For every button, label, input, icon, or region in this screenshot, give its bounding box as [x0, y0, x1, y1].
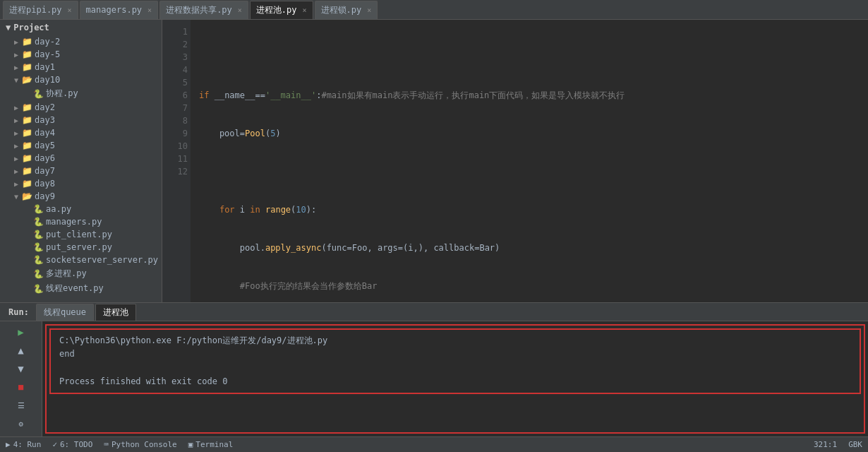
expand-arrow: ▶: [11, 64, 21, 71]
code-line-1: [199, 51, 860, 64]
tree-item-day-5[interactable]: ▶ 📁 day-5: [0, 48, 162, 61]
folder-label: day5: [35, 141, 55, 150]
line-numbers: 1 2 3 4 5 6 7 8 9 10 11 12: [162, 20, 191, 302]
console-line-1: C:\Python36\python.exe F:/python运维开发/day…: [59, 334, 851, 347]
tree-item-day6[interactable]: ▶ 📁 day6: [0, 152, 162, 165]
code-line-3: pool=Pool(5): [199, 127, 860, 140]
tab-xiancheng-queue[interactable]: 线程queue: [36, 304, 94, 321]
status-encoding[interactable]: GBK: [848, 440, 862, 449]
scroll-up-button[interactable]: ▲: [13, 343, 29, 358]
code-container: 1 2 3 4 5 6 7 8 9 10 11 12 if __name__==…: [162, 20, 868, 302]
main-area: ▼ Project ▶ 📁 day-2 ▶ 📁 day-5 ▶ 📁 day1 ▼…: [0, 20, 868, 302]
editor-area[interactable]: 1 2 3 4 5 6 7 8 9 10 11 12 if __name__==…: [162, 20, 868, 302]
tab-label: 进程池.py: [256, 4, 297, 16]
folder-icon: 📁: [21, 49, 32, 59]
run-label: Run:: [3, 307, 35, 317]
folder-icon: 📁: [21, 166, 32, 176]
tree-item-day9[interactable]: ▼ 📂 day9: [0, 190, 162, 203]
run-tabs-bar: Run: 线程queue 进程池: [0, 303, 868, 321]
file-label: put_client.py: [46, 230, 112, 239]
file-icon: 🐍: [32, 230, 44, 239]
code-line-4: [199, 165, 860, 178]
stop-button[interactable]: ■: [13, 379, 29, 395]
expand-arrow: ▼: [11, 76, 21, 84]
folder-icon: 📁: [21, 179, 32, 189]
tree-item-day1[interactable]: ▶ 📁 day1: [0, 61, 162, 73]
folder-label: day9: [35, 191, 55, 201]
expand-arrow: ▶: [11, 167, 21, 175]
project-header: ▼ Project: [0, 20, 162, 35]
file-icon: 🐍: [32, 284, 44, 294]
tab-label: 进程数据共享.py: [166, 4, 232, 16]
tab-close-pool[interactable]: ×: [303, 6, 307, 14]
tab-label: 进程锁.py: [321, 4, 362, 16]
tree-item-xiancheng[interactable]: 🐍 线程event.py: [0, 281, 162, 296]
code-editor[interactable]: if __name__=='__main__':#main如果有main表示手动…: [191, 20, 868, 302]
tree-item-day3[interactable]: ▶ 📁 day3: [0, 114, 162, 126]
tree-item-day4[interactable]: ▶ 📁 day4: [0, 126, 162, 139]
tree-item-day10[interactable]: ▼ 📂 day10: [0, 73, 162, 86]
expand-arrow: ▼: [11, 193, 21, 201]
status-terminal-label: Terminal: [195, 440, 233, 449]
status-bar: ▶ 4: Run ✓ 6: TODO ⌨ Python Console ▣ Te…: [0, 436, 868, 452]
console-icon: ⌨: [104, 440, 109, 449]
tab-label: managers.py: [86, 5, 142, 15]
tree-item-day7[interactable]: ▶ 📁 day7: [0, 165, 162, 177]
tab-pipi[interactable]: 进程pipi.py ×: [3, 1, 78, 19]
tree-item-put-client[interactable]: 🐍 put_client.py: [0, 228, 162, 241]
tab-close-shared[interactable]: ×: [238, 6, 242, 14]
file-icon: 🐍: [32, 255, 44, 265]
tree-item-managers[interactable]: 🐍 managers.py: [0, 215, 162, 228]
list-button[interactable]: ☰: [13, 398, 29, 413]
status-run-label: 4: Run: [13, 440, 42, 449]
expand-arrow: ▶: [11, 38, 21, 46]
tab-close-managers[interactable]: ×: [147, 6, 152, 14]
console-output[interactable]: C:\Python36\python.exe F:/python运维开发/day…: [49, 328, 861, 394]
folder-label: day8: [35, 179, 55, 189]
status-python-console[interactable]: ⌨ Python Console: [104, 440, 176, 449]
tree-item-day5b[interactable]: ▶ 📁 day5: [0, 139, 162, 152]
run-sidebar: ▶ ▲ ▼ ■ ☰ ⚙: [0, 321, 42, 436]
file-label: managers.py: [46, 217, 102, 227]
tab-shared[interactable]: 进程数据共享.py ×: [159, 1, 248, 19]
folder-icon: 📁: [21, 62, 32, 72]
folder-icon: 📁: [21, 37, 32, 47]
folder-label: day4: [35, 128, 55, 138]
tab-managers[interactable]: managers.py ×: [80, 1, 159, 19]
folder-label: day1: [35, 62, 55, 72]
tab-jincheng-pool[interactable]: 进程池: [95, 304, 136, 321]
tree-item-day2[interactable]: ▶ 📁 day2: [0, 101, 162, 114]
terminal-icon: ▣: [188, 440, 193, 449]
project-title: Project: [13, 23, 49, 32]
status-position[interactable]: 321:1: [814, 440, 837, 449]
tree-item-day-2[interactable]: ▶ 📁 day-2: [0, 35, 162, 48]
tree-item-xieliu[interactable]: 🐍 协程.py: [0, 86, 162, 101]
tree-item-put-server[interactable]: 🐍 put_server.py: [0, 241, 162, 254]
status-todo[interactable]: ✓ 6: TODO: [52, 440, 92, 449]
file-label: 线程event.py: [46, 282, 104, 295]
settings-button[interactable]: ⚙: [13, 416, 29, 432]
tab-close-pipi[interactable]: ×: [68, 6, 72, 14]
tab-pool[interactable]: 进程池.py ×: [250, 1, 313, 19]
folder-label: day3: [35, 115, 55, 125]
tree-item-socketserver[interactable]: 🐍 socketserver_server.py: [0, 254, 162, 266]
expand-arrow: ▶: [11, 104, 21, 112]
tab-xiancheng-queue-label: 线程queue: [44, 307, 86, 319]
project-icon: ▼: [6, 23, 11, 32]
run-button[interactable]: ▶: [13, 324, 29, 340]
tab-close-lock[interactable]: ×: [367, 6, 371, 14]
file-icon: 🐍: [32, 217, 44, 227]
tree-item-day8[interactable]: ▶ 📁 day8: [0, 177, 162, 190]
tree-item-aa[interactable]: 🐍 aa.py: [0, 203, 162, 215]
file-label: put_server.py: [46, 242, 112, 252]
tab-jincheng-pool-label: 进程池: [103, 307, 128, 319]
bottom-panel: Run: 线程queue 进程池 ▶ ▲ ▼ ■ ☰ ⚙ C:\Python36…: [0, 302, 868, 436]
tree-item-duojincheng[interactable]: 🐍 多进程.py: [0, 266, 162, 281]
expand-arrow: ▶: [11, 117, 21, 124]
expand-arrow: ▶: [11, 180, 21, 188]
scroll-down-button[interactable]: ▼: [13, 361, 29, 376]
status-terminal[interactable]: ▣ Terminal: [188, 440, 234, 449]
folder-icon: 📂: [21, 75, 32, 85]
status-run[interactable]: ▶ 4: Run: [6, 440, 41, 449]
tab-lock[interactable]: 进程锁.py ×: [315, 1, 378, 19]
